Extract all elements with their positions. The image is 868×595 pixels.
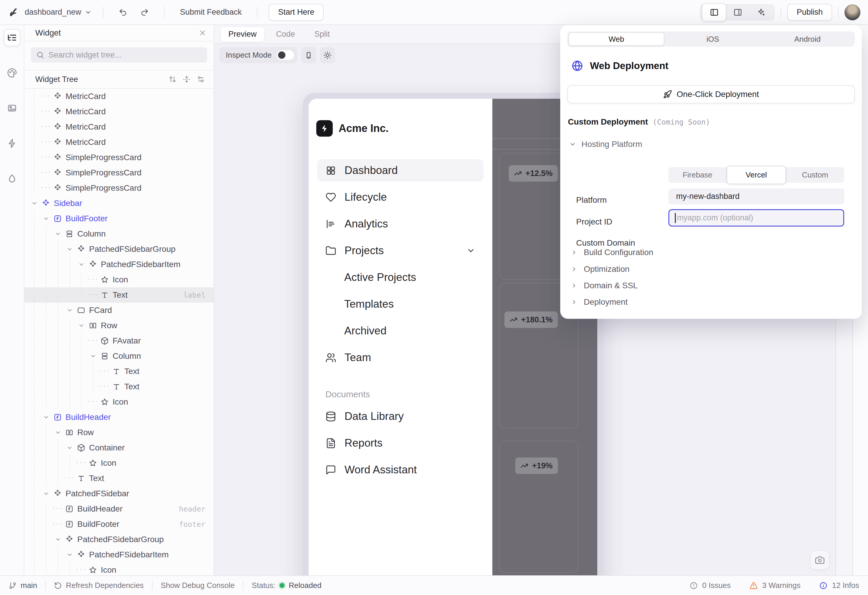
tree-row-patchedfsidebaritem[interactable]: PatchedFSidebarItem	[24, 257, 214, 272]
search-box[interactable]	[31, 47, 207, 63]
sparkles-toggle[interactable]	[750, 4, 773, 21]
tree-row-metriccard[interactable]: ···MetricCard	[24, 119, 214, 135]
device-preview-button[interactable]	[301, 47, 316, 63]
rail-item-image[interactable]	[4, 100, 20, 117]
tab-preview[interactable]: Preview	[221, 27, 264, 42]
tree-row-text[interactable]: ···Text	[24, 364, 214, 379]
tree-row-simpleprogresscard[interactable]: ···SimpleProgressCard	[24, 150, 214, 165]
tree-row-row[interactable]: Row	[24, 318, 214, 333]
close-icon[interactable]	[198, 29, 207, 37]
expand-chevron[interactable]	[75, 257, 87, 272]
start-here-button[interactable]: Start Here	[269, 4, 323, 21]
tree-row-column[interactable]: Column	[24, 349, 214, 364]
section-domain-ssl[interactable]: Domain & SSL	[571, 281, 638, 290]
section-optimization[interactable]: Optimization	[571, 264, 630, 274]
tree-row-buildfooter[interactable]: ···BuildFooterfooter	[24, 517, 214, 532]
preview-nav-data-library[interactable]: Data Library	[317, 405, 484, 427]
tree-row-patchedfsidebar[interactable]: PatchedFSidebar	[24, 486, 214, 501]
expand-chevron[interactable]	[40, 409, 52, 425]
counter-12-infos[interactable]: 12 Infos	[819, 581, 859, 590]
tree-row-simpleprogresscard[interactable]: ···SimpleProgressCard	[24, 180, 214, 196]
expand-chevron[interactable]	[52, 532, 64, 547]
collapse-all-icon[interactable]	[180, 72, 194, 86]
expand-chevron[interactable]	[40, 486, 52, 501]
panel-right-toggle[interactable]	[726, 4, 750, 21]
publish-button[interactable]: Publish	[787, 4, 832, 21]
custom-domain-input[interactable]	[669, 209, 844, 227]
tab-split[interactable]: Split	[307, 27, 338, 42]
expand-chevron[interactable]	[64, 440, 75, 455]
refresh-dependencies-button[interactable]: Refresh Dependencies	[54, 581, 144, 590]
one-click-deploy-button[interactable]: One-Click Deployment	[567, 85, 855, 103]
platform-option-firebase[interactable]: Firebase	[669, 167, 726, 183]
tree-row-buildheader[interactable]: ···BuildHeaderheader	[24, 501, 214, 517]
deploy-tab-web[interactable]: Web	[568, 32, 664, 46]
tree-row-favatar[interactable]: ···FAvatar	[24, 333, 214, 349]
hosting-platform-section-toggle[interactable]: Hosting Platform	[569, 140, 642, 149]
section-build-configuration[interactable]: Build Configuration	[571, 248, 653, 257]
preview-nav-projects[interactable]: Projects	[317, 240, 484, 262]
tree-row-icon[interactable]: ···Icon	[24, 563, 214, 575]
rail-item-list-tree[interactable]	[4, 29, 20, 46]
tree-row-sidebar[interactable]: Sidebar	[24, 196, 214, 211]
tree-row-icon[interactable]: ···Icon	[24, 272, 214, 287]
undo-button[interactable]	[115, 4, 131, 21]
preview-nav-templates[interactable]: Templates	[317, 293, 484, 315]
tree-row-column[interactable]: Column	[24, 226, 214, 242]
expand-chevron[interactable]	[87, 349, 99, 364]
tab-code[interactable]: Code	[269, 27, 303, 42]
tree-row-container[interactable]: Container	[24, 440, 214, 455]
rail-item-droplet[interactable]	[4, 170, 20, 187]
submit-feedback-button[interactable]: Submit Feedback	[176, 7, 246, 17]
rail-item-palette[interactable]	[4, 64, 20, 81]
expand-chevron[interactable]	[40, 211, 52, 226]
sort-icon[interactable]	[165, 72, 180, 86]
tree-row-patchedfsidebaritem[interactable]: PatchedFSidebarItem	[24, 547, 214, 563]
tree-row-buildfooter[interactable]: BuildFooter	[24, 211, 214, 226]
tree-row-simpleprogresscard[interactable]: ···SimpleProgressCard	[24, 165, 214, 180]
expand-chevron[interactable]	[75, 318, 87, 333]
theme-light-button[interactable]	[320, 47, 335, 63]
show-debug-console-button[interactable]: Show Debug Console	[161, 581, 235, 590]
panel-left-toggle[interactable]	[702, 3, 726, 21]
section-deployment[interactable]: Deployment	[571, 298, 627, 307]
tree-row-fcard[interactable]: FCard	[24, 303, 214, 318]
deploy-tab-ios[interactable]: iOS	[666, 31, 760, 47]
project-id-input[interactable]	[669, 189, 844, 205]
user-avatar[interactable]	[844, 4, 861, 20]
tree-row-metriccard[interactable]: ···MetricCard	[24, 135, 214, 150]
deploy-tab-android[interactable]: Android	[760, 31, 855, 47]
search-input[interactable]	[49, 50, 202, 60]
expand-chevron[interactable]	[64, 242, 75, 257]
counter-0-issues[interactable]: 0 Issues	[689, 581, 731, 590]
preview-nav-archived[interactable]: Archived	[317, 320, 484, 342]
expand-chevron[interactable]	[52, 425, 64, 440]
preview-nav-reports[interactable]: Reports	[317, 432, 484, 454]
redo-button[interactable]	[136, 4, 153, 21]
preview-nav-word-assistant[interactable]: Word Assistant	[317, 459, 484, 481]
expand-chevron[interactable]	[64, 547, 75, 563]
tree-row-icon[interactable]: ···Icon	[24, 455, 214, 471]
preview-nav-analytics[interactable]: Analytics	[317, 213, 484, 235]
counter-3-warnings[interactable]: 3 Warnings	[750, 581, 801, 590]
tree-row-metriccard[interactable]: ···MetricCard	[24, 104, 214, 119]
preview-nav-dashboard[interactable]: Dashboard	[317, 159, 484, 181]
preview-nav-active-projects[interactable]: Active Projects	[317, 266, 484, 289]
tree-row-text[interactable]: ···Text	[24, 379, 214, 394]
preview-nav-team[interactable]: Team	[317, 346, 484, 369]
tree-row-patchedfsidebargroup[interactable]: PatchedFSidebarGroup	[24, 532, 214, 547]
platform-option-custom[interactable]: Custom	[786, 167, 844, 183]
inspect-mode-toggle[interactable]	[277, 50, 294, 60]
preview-nav-lifecycle[interactable]: Lifecycle	[317, 186, 484, 208]
project-switcher[interactable]: dashboard_new	[25, 7, 92, 17]
expand-chevron[interactable]	[64, 303, 75, 318]
tree-row-icon[interactable]: ···Icon	[24, 394, 214, 409]
tree-row-patchedfsidebargroup[interactable]: PatchedFSidebarGroup	[24, 242, 214, 257]
expand-chevron[interactable]	[28, 196, 40, 211]
expand-chevron[interactable]	[52, 226, 64, 242]
tree-row-text[interactable]: ···Text	[24, 471, 214, 486]
tree-row-row[interactable]: Row	[24, 425, 214, 440]
screenshot-camera-button[interactable]	[811, 551, 829, 569]
tree-row-metriccard[interactable]: ···MetricCard	[24, 89, 214, 104]
git-branch-item[interactable]: main	[9, 581, 37, 590]
